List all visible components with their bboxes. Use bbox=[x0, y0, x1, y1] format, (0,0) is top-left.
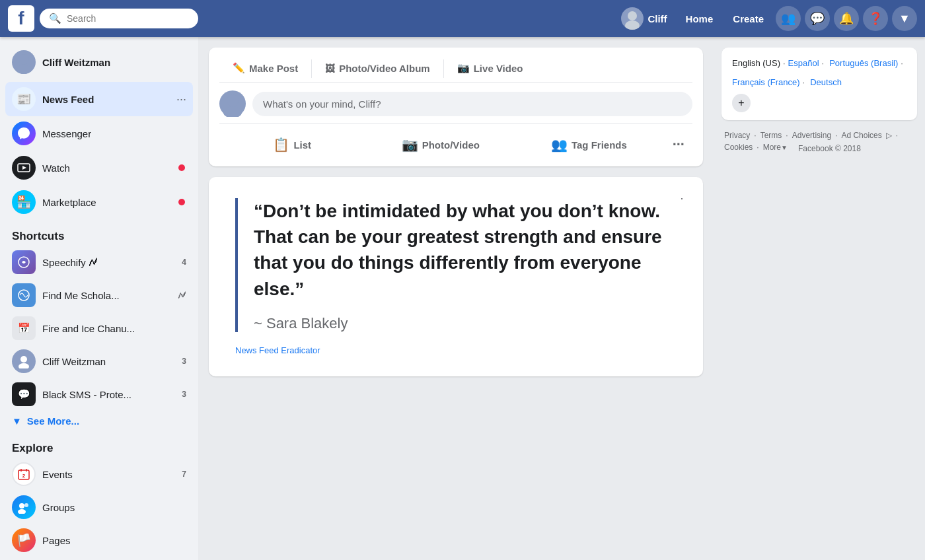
footer-cookies[interactable]: Cookies bbox=[724, 143, 753, 155]
shortcut-find-me-scholar[interactable]: Find Me Schola... 🗲 bbox=[5, 279, 193, 312]
svg-marker-5 bbox=[22, 166, 26, 170]
shortcut-label: Black SMS - Prote... bbox=[42, 389, 175, 400]
post-avatar bbox=[219, 90, 246, 117]
events-icon: 2 bbox=[12, 462, 36, 486]
sidebar-item-marketplace[interactable]: 🏪 Marketplace bbox=[5, 185, 193, 219]
right-sidebar: English (US) · Español · Português (Bras… bbox=[714, 37, 925, 560]
make-post-tab[interactable]: ✏️ Make Post bbox=[219, 55, 311, 82]
language-links: English (US) · Español · Português (Bras… bbox=[732, 55, 906, 91]
sidebar-item-label: News Feed bbox=[42, 94, 170, 105]
tag-icon: 👥 bbox=[551, 137, 568, 153]
shortcut-cliff-weitzman[interactable]: Cliff Weitzman 3 bbox=[5, 345, 193, 378]
sidebar-profile[interactable]: Cliff Weitzman bbox=[5, 45, 193, 79]
sidebar-item-watch[interactable]: Watch bbox=[5, 151, 193, 185]
footer-privacy[interactable]: Privacy bbox=[724, 131, 750, 141]
photo-video-tab[interactable]: 🖼 Photo/Video Album bbox=[312, 55, 443, 82]
language-row: English (US) · Español · Português (Bras… bbox=[732, 55, 906, 112]
create-button[interactable]: Create bbox=[725, 8, 772, 30]
svg-text:2: 2 bbox=[22, 473, 26, 479]
add-language-btn[interactable]: + bbox=[732, 94, 751, 112]
shortcuts-see-more[interactable]: ▼ See More... bbox=[5, 411, 193, 431]
avatar bbox=[12, 50, 36, 74]
footer-advertising[interactable]: Advertising bbox=[792, 131, 831, 141]
main-content: ✏️ Make Post 🖼 Photo/Video Album 📷 Live … bbox=[198, 37, 714, 560]
shortcuts-title: Shortcuts bbox=[5, 225, 193, 246]
notifications-icon[interactable]: 🔔 bbox=[834, 6, 859, 31]
explore-title: Explore bbox=[5, 437, 193, 458]
sidebar-item-messenger[interactable]: Messenger bbox=[5, 116, 193, 151]
more-actions-btn[interactable]: ··· bbox=[665, 131, 692, 158]
tag-friends-action-btn[interactable]: 👥 Tag Friends bbox=[516, 131, 662, 158]
svg-point-23 bbox=[223, 106, 242, 117]
live-video-tab[interactable]: 📷 Live Video bbox=[444, 55, 536, 82]
svg-point-15 bbox=[24, 503, 28, 507]
lang-francais[interactable]: Français (France) bbox=[732, 75, 800, 91]
list-action-btn[interactable]: 📋 List bbox=[219, 131, 365, 158]
lang-espanol[interactable]: Español bbox=[788, 55, 819, 72]
shortcut-black-sms[interactable]: 💬 Black SMS - Prote... 3 bbox=[5, 378, 193, 411]
explore-label: Events bbox=[42, 469, 175, 480]
search-bar: 🔍 bbox=[40, 9, 198, 28]
svg-point-3 bbox=[16, 65, 32, 74]
layout: Cliff Weitzman 📰 News Feed ··· Messenger… bbox=[0, 37, 925, 560]
dropdown-icon[interactable]: ▼ bbox=[892, 6, 917, 31]
ad-choices-icon: ▷ bbox=[886, 131, 892, 141]
explore-live-video[interactable]: LIVE Live Video bbox=[5, 557, 193, 560]
post-input[interactable]: What's on your mind, Cliff? bbox=[252, 92, 692, 116]
friends-icon[interactable]: 👥 bbox=[776, 6, 801, 31]
marketplace-icon: 🏪 bbox=[12, 190, 36, 214]
topnav: f 🔍 Cliff Home Create 👥 💬 🔔 ❓ ▼ bbox=[0, 0, 925, 37]
chevron-down-icon: ▼ bbox=[12, 415, 22, 427]
svg-point-22 bbox=[227, 94, 239, 106]
post-box: ✏️ Make Post 🖼 Photo/Video Album 📷 Live … bbox=[209, 48, 703, 166]
svg-point-2 bbox=[18, 54, 29, 65]
fire-ice-icon: 📅 bbox=[12, 316, 36, 340]
help-icon[interactable]: ❓ bbox=[863, 6, 888, 31]
footer-links: Privacy · Terms · Advertising · Ad Choic… bbox=[722, 128, 917, 157]
shortcut-fire-ice[interactable]: 📅 Fire and Ice Chanu... bbox=[5, 312, 193, 345]
explore-label: Groups bbox=[42, 502, 186, 513]
groups-icon bbox=[12, 495, 36, 519]
messenger-icon[interactable]: 💬 bbox=[805, 6, 830, 31]
svg-point-0 bbox=[628, 11, 637, 20]
quote-author: ~ Sara Blakely bbox=[254, 315, 677, 332]
quote-source[interactable]: News Feed Eradicator bbox=[235, 345, 677, 355]
nav-user-profile[interactable]: Cliff bbox=[614, 3, 673, 34]
sidebar-item-news-feed[interactable]: 📰 News Feed ··· bbox=[5, 82, 193, 116]
lang-deutsch[interactable]: Deutsch bbox=[810, 75, 842, 91]
sidebar-profile-name: Cliff Weitzman bbox=[42, 57, 110, 68]
explore-badge: 7 bbox=[182, 470, 186, 479]
explore-label: Pages bbox=[42, 535, 186, 546]
shortcut-label: Cliff Weitzman bbox=[42, 356, 175, 367]
post-tabs: ✏️ Make Post 🖼 Photo/Video Album 📷 Live … bbox=[219, 55, 692, 83]
svg-point-14 bbox=[19, 503, 24, 508]
find-me-scholar-icon bbox=[12, 283, 36, 307]
list-icon: 📋 bbox=[273, 137, 289, 153]
home-button[interactable]: Home bbox=[678, 8, 722, 30]
photo-icon: 📷 bbox=[402, 137, 418, 153]
topnav-right: Cliff Home Create 👥 💬 🔔 ❓ ▼ bbox=[614, 3, 917, 34]
quote-options-btn[interactable]: · bbox=[671, 188, 692, 209]
marketplace-notification-dot bbox=[178, 199, 185, 205]
photo-video-action-btn[interactable]: 📷 Photo/Video bbox=[368, 131, 514, 158]
explore-events[interactable]: 2 Events 7 bbox=[5, 458, 193, 491]
footer-more[interactable]: More▼ bbox=[763, 143, 788, 155]
facebook-logo[interactable]: f bbox=[8, 5, 34, 32]
svg-point-9 bbox=[18, 363, 29, 368]
current-language: English (US) bbox=[732, 55, 780, 72]
speechify-icon bbox=[12, 250, 36, 274]
lang-portugues[interactable]: Português (Brasil) bbox=[829, 55, 898, 72]
watch-notification-dot bbox=[178, 164, 185, 171]
sidebar-item-label: Marketplace bbox=[42, 197, 186, 208]
search-input[interactable] bbox=[67, 13, 189, 24]
shortcut-badge: 3 bbox=[182, 357, 186, 366]
footer-copyright: Facebook © 2018 bbox=[796, 143, 864, 155]
footer-ad-choices[interactable]: Ad Choices bbox=[841, 131, 881, 141]
messenger-icon bbox=[12, 122, 36, 145]
news-feed-options-icon[interactable]: ··· bbox=[176, 92, 186, 106]
pencil-icon: ✏️ bbox=[233, 62, 245, 74]
shortcut-speechify[interactable]: Speechify 🗲 4 bbox=[5, 246, 193, 279]
explore-groups[interactable]: Groups bbox=[5, 491, 193, 524]
explore-pages[interactable]: 🏳️ Pages bbox=[5, 524, 193, 557]
footer-terms[interactable]: Terms bbox=[760, 131, 782, 141]
